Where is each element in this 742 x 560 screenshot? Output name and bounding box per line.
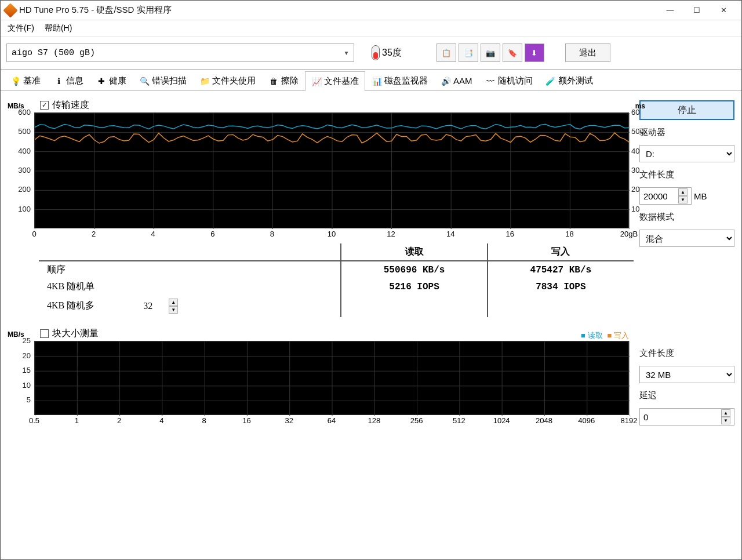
pattern-select[interactable]: 混合 [639,230,734,247]
erase-icon: 🗑 [268,76,279,86]
blocksize-checkbox-label: 块大小测量 [52,328,99,340]
filelen2-select[interactable]: 32 MB [639,366,734,383]
thermometer-icon [372,45,380,60]
tab-random[interactable]: 〰随机访问 [479,71,539,90]
pattern-label: 数据模式 [639,212,734,223]
tab-health[interactable]: ✚健康 [90,71,133,90]
row-sequential: 顺序 [39,261,341,278]
menubar: 文件(F) 帮助(H) [1,20,741,37]
blocksize-chart: MB/s 读取 写入 510152025 0.51248163264128256… [34,341,629,428]
side-panel: 停止 驱动器 D: 文件长度 20000 ▲▼ MB 数据模式 混合 文件长度 … [637,97,737,554]
tab-extra[interactable]: 🧪额外测试 [539,71,599,90]
chart2-xticks: 0.512481632641282565121024204840968192 [34,416,629,428]
titlebar: HD Tune Pro 5.75 - 硬盘/SSD 实用程序 — ☐ ✕ [1,1,741,20]
row-4k-single: 4KB 随机单 [39,278,341,295]
benchmark-icon: 💡 [10,76,21,86]
extra-icon: 🧪 [545,76,556,86]
random-icon: 〰 [485,76,496,86]
info-icon: ℹ [53,76,64,86]
download-icon[interactable]: ⬇ [525,43,544,62]
tab-folder[interactable]: 📁文件夹使用 [193,71,262,90]
menu-file[interactable]: 文件(F) [8,23,34,34]
drive-select[interactable]: D: [639,145,734,162]
legend-write: 写入 [608,330,629,341]
drive-label: 驱动器 [639,127,734,138]
filelen-label: 文件长度 [639,169,734,180]
spin-down-icon[interactable]: ▼ [169,306,178,314]
camera-icon[interactable]: 📷 [481,43,500,62]
blocksize-checkbox[interactable] [40,329,49,338]
blocksize-checkbox-row: 块大小测量 [40,328,634,340]
aam-icon: 🔊 [441,76,451,86]
copy-icon[interactable]: 📋 [437,43,456,62]
folder-icon: 📁 [199,76,210,86]
spin-up-icon[interactable]: ▲ [678,188,688,196]
tabbar: 💡基准ℹ信息✚健康🔍错误扫描📁文件夹使用🗑擦除📈文件基准📊磁盘监视器🔊AAM〰随… [1,70,741,91]
chart1-xticks: 02468101214161820gB [34,230,629,241]
close-button[interactable]: ✕ [710,2,737,19]
chart1-canvas [34,112,629,228]
spin-down-icon[interactable]: ▼ [678,196,688,203]
spin-down-icon[interactable]: ▼ [721,417,730,424]
chart2-legend: 读取 写入 [581,330,629,341]
copy2-icon[interactable]: 📑 [459,43,478,62]
tab-info[interactable]: ℹ信息 [47,71,90,90]
drive-dropdown[interactable]: aigo S7 (500 gB) [6,43,354,62]
results-table: 读取 写入 顺序 550696 KB/s 475427 KB/s 4KB 随机单… [39,243,634,317]
col-write: 写入 [488,243,634,261]
filelen2-label: 文件长度 [639,348,734,359]
monitor-icon: 📊 [372,76,382,86]
filebench-icon: 📈 [311,77,322,87]
seq-write-value: 475427 KB/s [488,261,634,278]
tab-filebench[interactable]: 📈文件基准 [305,71,365,91]
seq-read-value: 550696 KB/s [341,261,487,278]
transfer-checkbox-row: ✓ 传输速度 [40,99,634,111]
delay-spinner[interactable]: 0 ▲▼ [639,408,734,426]
tag-icon[interactable]: 🔖 [503,43,522,62]
tab-aam[interactable]: 🔊AAM [434,71,479,90]
tab-monitor[interactable]: 📊磁盘监视器 [365,71,434,90]
tab-benchmark[interactable]: 💡基准 [4,71,47,90]
tab-scan[interactable]: 🔍错误扫描 [133,71,193,90]
filelen-unit: MB [694,191,707,201]
chart2-canvas [34,341,629,415]
app-icon [3,3,17,17]
health-icon: ✚ [96,76,107,86]
spin-up-icon[interactable]: ▲ [169,299,178,306]
menu-help[interactable]: 帮助(H) [45,23,72,34]
tab-erase[interactable]: 🗑擦除 [262,71,305,90]
k4-read-value: 5216 IOPS [341,278,487,295]
k4-write-value: 7834 IOPS [488,278,634,295]
row-4k-multi: 4KB 随机多 32 ▲▼ [39,295,341,317]
spin-up-icon[interactable]: ▲ [721,409,730,417]
transfer-checkbox[interactable]: ✓ [40,101,49,110]
transfer-checkbox-label: 传输速度 [52,99,89,111]
stop-button[interactable]: 停止 [639,100,734,120]
toolbar: aigo S7 (500 gB) 35度 📋 📑 📷 🔖 ⬇ 退出 [1,37,741,70]
queue-depth-spinner[interactable]: 32 ▲▼ [143,297,178,315]
col-read: 读取 [341,243,487,261]
maximize-button[interactable]: ☐ [683,2,710,19]
minimize-button[interactable]: — [657,2,683,19]
legend-read: 读取 [581,330,602,341]
window-title: HD Tune Pro 5.75 - 硬盘/SSD 实用程序 [19,5,657,16]
transfer-chart: MB/s ms 100200300400500600102030405060 0… [34,112,629,239]
temperature-value: 35度 [382,47,402,59]
delay-label: 延迟 [639,390,734,401]
exit-button[interactable]: 退出 [565,43,610,62]
temperature: 35度 [372,45,402,60]
scan-icon: 🔍 [139,76,150,86]
toolbar-icons: 📋 📑 📷 🔖 ⬇ [437,43,544,62]
